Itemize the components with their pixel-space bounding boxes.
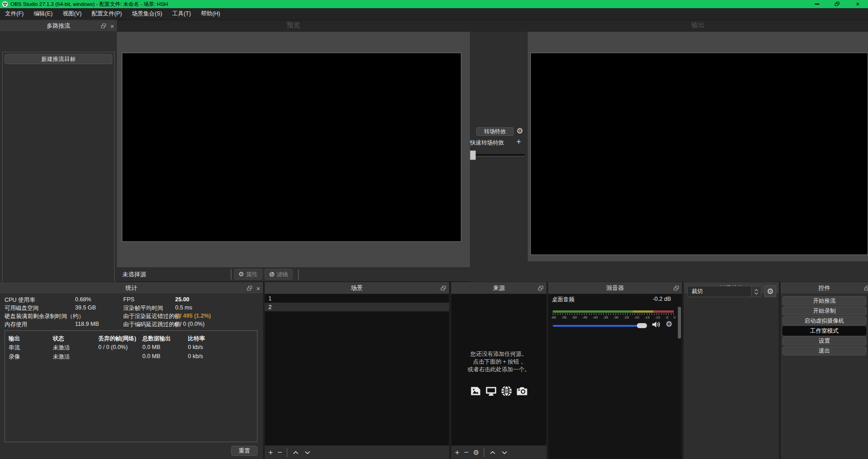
spin-down-icon [754, 292, 758, 294]
scenes-dock-title: 场景 [351, 284, 363, 292]
move-scene-down-icon[interactable] [304, 449, 311, 456]
dock-float-icon[interactable] [674, 286, 679, 291]
controls-dock-title: 控件 [818, 284, 830, 292]
stat-label: 内存使用 [5, 321, 27, 329]
transition-controls-strip: 转场特效 ⚙ 快速转场特效 + [470, 32, 528, 282]
table-cell: 串流 [9, 344, 20, 352]
dock-float-icon[interactable] [441, 286, 446, 291]
dock-close-icon[interactable]: × [110, 23, 114, 30]
transition-duration-slider[interactable] [470, 150, 525, 160]
scene-item-2-selected[interactable]: 2 [265, 303, 449, 311]
add-quick-transition-icon[interactable]: + [516, 137, 521, 147]
volume-meter [553, 310, 674, 313]
table-cell: 0 / 0 (0.0%) [98, 344, 128, 350]
audio-level-db: -0.2 dB [653, 296, 671, 304]
multistream-panel: 新建推流目标 [2, 52, 115, 300]
scene-list[interactable]: 1 2 [265, 294, 449, 445]
sources-dock-header[interactable]: 来源 [451, 282, 546, 294]
image-source-icon [469, 385, 482, 397]
slider-track[interactable] [470, 154, 525, 156]
start-recording-button[interactable]: 开始录制 [782, 306, 866, 315]
source-list[interactable]: 您还没有添加任何源。 点击下面的 + 按钮， 或者右击此处添加一个。 [451, 294, 546, 445]
filters-button[interactable]: 滤镜 [265, 269, 293, 279]
transition-trigger-button[interactable]: 转场特效 [476, 127, 514, 136]
mixer-settings-gear-icon[interactable]: ⚙ [666, 320, 672, 328]
stat-value: 0 / 0 (0.0%) [175, 321, 205, 327]
slider-handle[interactable] [470, 150, 476, 160]
scenes-dock: 场景 1 2 + − [265, 282, 449, 459]
gear-icon: ⚙ [767, 288, 773, 295]
stats-dock-header[interactable]: 统计 × [0, 282, 263, 294]
audio-mixer-dock: 混音器 桌面音频 -0.2 dB -60-55-50 -45-40-35 -30… [548, 282, 682, 459]
stat-label: 由于编码延迟跳过的帧 [123, 321, 180, 329]
properties-label: 属性 [246, 270, 258, 279]
sources-toolbar: + − ⚙ [451, 445, 546, 459]
scenes-dock-header[interactable]: 场景 [265, 282, 449, 294]
transition-select-spinner[interactable] [751, 286, 761, 297]
menu-edit[interactable]: 编辑(E) [29, 8, 58, 20]
stat-value: 39.5 GB [75, 304, 96, 311]
dock-float-icon[interactable] [247, 286, 252, 291]
move-scene-up-icon[interactable] [292, 449, 299, 456]
toolbar-separator [298, 269, 299, 279]
menu-profile[interactable]: 配置文件(P) [86, 8, 127, 20]
reset-stats-button[interactable]: 重置 [231, 446, 257, 456]
remove-source-icon[interactable]: − [464, 449, 469, 456]
move-source-down-icon[interactable] [501, 449, 508, 456]
start-virtual-camera-button[interactable]: 启动虚拟摄像机 [782, 316, 866, 325]
transition-properties-button[interactable]: ⚙ [764, 285, 776, 297]
add-source-icon[interactable]: + [455, 449, 459, 456]
menu-scene-collection[interactable]: 场景集合(S) [127, 8, 167, 20]
minimize-icon [815, 4, 819, 5]
multistream-dock-title: 多路推流 [47, 22, 71, 30]
transition-select[interactable]: 裁切 [687, 286, 762, 297]
menu-tools[interactable]: 工具(T) [167, 8, 196, 20]
transition-settings-gear-icon[interactable]: ⚙ [516, 127, 523, 135]
properties-button[interactable]: ⚙ 属性 [234, 269, 262, 279]
dock-close-icon[interactable]: × [256, 285, 260, 292]
stats-dock: 统计 × CPU 使用率 0.68% 可用磁盘空间 39.5 GB 硬盘装满前剩… [0, 282, 263, 459]
menu-view[interactable]: 视图(V) [58, 8, 87, 20]
remove-scene-icon[interactable]: − [278, 449, 282, 456]
preview-canvas[interactable] [122, 53, 461, 242]
source-properties-gear-icon[interactable]: ⚙ [473, 449, 479, 456]
stat-label: 由于渲染延迟错过的帧 [123, 313, 180, 320]
dock-float-icon[interactable] [864, 286, 868, 291]
exit-button[interactable]: 退出 [782, 346, 866, 355]
volume-meter-scale: -60-55-50 -45-40-35 -30-25-20 -15-10-5 0 [551, 315, 676, 319]
add-scene-icon[interactable]: + [268, 449, 273, 456]
source-toolbar: 未选择源 ⚙ 属性 滤镜 [117, 267, 470, 281]
stat-label: 渲染帧平均时间 [123, 304, 163, 312]
settings-button[interactable]: 设置 [782, 336, 866, 345]
new-stream-target-button[interactable]: 新建推流目标 [5, 54, 112, 64]
minimize-button[interactable] [807, 0, 827, 8]
stat-value-fps: 25.00 [175, 296, 189, 303]
filters-label: 滤镜 [277, 270, 288, 279]
stat-value: 0.68% [75, 296, 91, 303]
volume-slider-handle[interactable] [637, 323, 647, 328]
multistream-dock-header[interactable]: 多路推流 × [0, 20, 117, 32]
window-title: OBS Studio 27.1.3 (64-bit, windows) - 配置… [10, 1, 168, 8]
mixer-scrollbar[interactable] [678, 307, 681, 339]
studio-mode-button-active[interactable]: 工作室模式 [782, 326, 866, 335]
table-cell: 未激活 [53, 344, 70, 352]
dock-float-icon[interactable] [101, 24, 106, 29]
move-source-up-icon[interactable] [489, 449, 496, 456]
mixer-dock-header[interactable]: 混音器 [548, 282, 682, 294]
volume-slider-track[interactable] [553, 325, 642, 327]
output-canvas[interactable] [530, 53, 868, 255]
scene-item-1[interactable]: 1 [265, 294, 449, 303]
quick-transition-label: 快速转场特效 [470, 139, 504, 147]
preview-label: 预览 [117, 21, 470, 32]
menu-file[interactable]: 文件(F) [0, 8, 29, 20]
close-button[interactable]: × [848, 0, 868, 8]
audio-channel-name: 桌面音频 [552, 296, 575, 304]
mute-speaker-icon[interactable] [651, 320, 661, 329]
controls-dock-header[interactable]: 控件 [781, 282, 868, 294]
maximize-button[interactable] [827, 0, 848, 8]
volume-slider[interactable] [553, 323, 649, 329]
menu-help[interactable]: 帮助(H) [196, 8, 225, 20]
start-streaming-button[interactable]: 开始推流 [782, 296, 866, 305]
stat-value: 118.9 MB [75, 321, 99, 327]
dock-float-icon[interactable] [538, 286, 544, 291]
